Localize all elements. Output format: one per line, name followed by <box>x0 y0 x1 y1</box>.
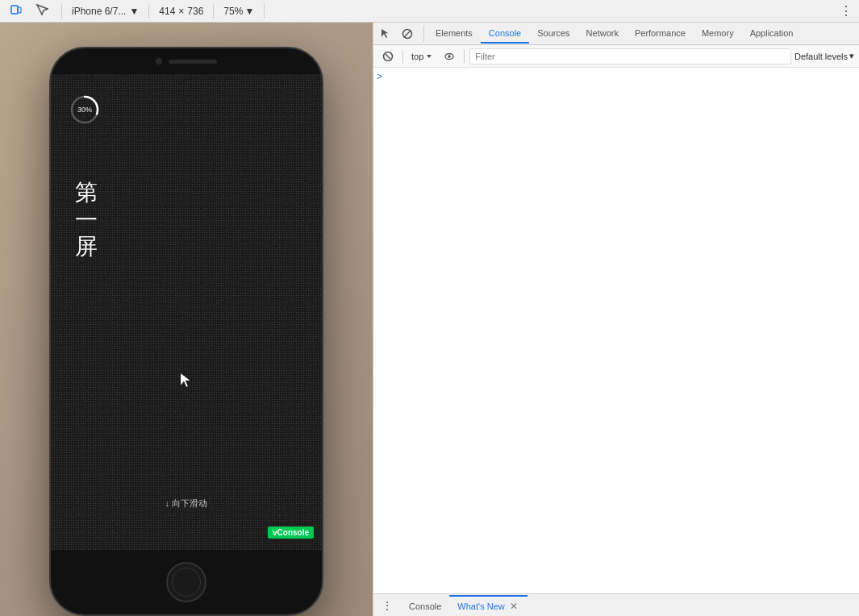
context-dropdown-icon <box>425 52 433 60</box>
svg-marker-8 <box>427 55 432 58</box>
devtools-icon-group <box>377 26 424 42</box>
dimension-display: 414 × 736 <box>159 6 203 17</box>
clear-console-button[interactable] <box>378 49 398 64</box>
console-separator-2 <box>464 50 465 63</box>
scroll-text: ↓ 向下滑动 <box>165 497 208 510</box>
no-button[interactable] <box>398 26 417 42</box>
iphone-frame: 30% 第 一 屏 <box>49 47 323 616</box>
context-selector[interactable]: top <box>408 50 436 63</box>
bottom-tabs: ⋮ Console What's New ✕ <box>373 593 859 616</box>
iphone-camera <box>156 58 162 65</box>
zoom-selector[interactable]: 75% ▼ <box>223 6 254 17</box>
iphone-screen[interactable]: 30% 第 一 屏 <box>51 74 322 550</box>
inspect-toggle-button[interactable] <box>377 26 396 42</box>
progress-text: 30% <box>69 94 101 126</box>
bottom-tab-whats-new[interactable]: What's New ✕ <box>449 595 527 616</box>
svg-rect-0 <box>11 6 18 14</box>
devtools-panel: Elements Console Sources Network Perform… <box>373 23 859 616</box>
screen-content: 30% 第 一 屏 <box>51 74 322 550</box>
more-options-button[interactable]: ⋮ <box>840 3 853 19</box>
chinese-line1: 第 <box>75 179 99 206</box>
bottom-tab-close-button[interactable]: ✕ <box>508 601 519 612</box>
top-toolbar: iPhone 6/7... ▼ 414 × 736 75% ▼ ⋮ <box>0 0 859 23</box>
devtools-tabs: Elements Console Sources Network Perform… <box>373 23 859 45</box>
iphone-bottom <box>51 550 322 614</box>
toolbar-separator-2 <box>148 4 149 19</box>
bottom-tab-console-label: Console <box>409 601 441 611</box>
responsive-mode-button[interactable] <box>6 2 26 20</box>
progress-circle: 30% <box>69 94 101 126</box>
chinese-line2: 一 <box>75 206 99 234</box>
tab-application[interactable]: Application <box>742 24 802 44</box>
home-button-inner <box>172 568 201 597</box>
scroll-indicator: ↓ 向下滑动 <box>165 497 208 510</box>
tab-network[interactable]: Network <box>578 24 627 44</box>
toolbar-separator-1 <box>61 4 62 19</box>
main-layout: 30% 第 一 屏 <box>0 23 859 616</box>
log-level-arrow-icon: ▾ <box>849 51 854 61</box>
iphone-top-bar <box>51 48 322 74</box>
console-prompt-arrow: > <box>377 71 382 82</box>
device-height: 736 <box>187 6 203 17</box>
device-panel: 30% 第 一 屏 <box>0 23 373 616</box>
tab-performance[interactable]: Performance <box>627 24 694 44</box>
console-toolbar: top Default levels ▾ <box>373 45 859 68</box>
eye-icon-button[interactable] <box>440 49 459 64</box>
vconsole-label: vConsole <box>273 528 309 537</box>
context-label: top <box>411 52 423 61</box>
device-width: 414 <box>159 6 175 17</box>
iphone-speaker <box>169 60 217 64</box>
device-arrow-icon: ▼ <box>129 6 139 17</box>
tab-sources[interactable]: Sources <box>529 24 578 44</box>
chinese-heading: 第 一 屏 <box>75 179 99 260</box>
console-content: > <box>373 68 859 593</box>
tab-console[interactable]: Console <box>481 24 529 44</box>
chinese-line3: 屏 <box>75 233 99 260</box>
bottom-tab-whats-new-label: What's New <box>457 601 504 611</box>
svg-line-7 <box>386 54 390 59</box>
zoom-level: 75% <box>223 6 243 17</box>
log-level-label: Default levels <box>794 52 848 61</box>
zoom-arrow-icon: ▼ <box>244 6 254 17</box>
dimension-separator: × <box>178 6 184 17</box>
device-selector[interactable]: iPhone 6/7... ▼ <box>72 6 139 17</box>
filter-input[interactable] <box>469 48 791 65</box>
console-separator-1 <box>402 50 403 63</box>
toolbar-separator-3 <box>213 4 214 19</box>
bottom-more-button[interactable]: ⋮ <box>377 597 398 614</box>
inspect-element-button[interactable] <box>32 2 52 20</box>
tab-elements[interactable]: Elements <box>427 24 481 44</box>
bottom-tab-console[interactable]: Console <box>401 596 449 615</box>
vconsole-badge[interactable]: vConsole <box>268 527 314 539</box>
device-name: iPhone 6/7... <box>72 6 126 17</box>
toolbar-separator-4 <box>264 4 265 19</box>
log-level-selector[interactable]: Default levels ▾ <box>794 51 854 61</box>
tab-memory[interactable]: Memory <box>694 24 742 44</box>
cursor-icon <box>180 373 193 389</box>
svg-point-10 <box>448 55 451 58</box>
svg-line-5 <box>404 31 411 37</box>
svg-rect-1 <box>18 7 21 13</box>
home-button[interactable] <box>166 562 206 602</box>
